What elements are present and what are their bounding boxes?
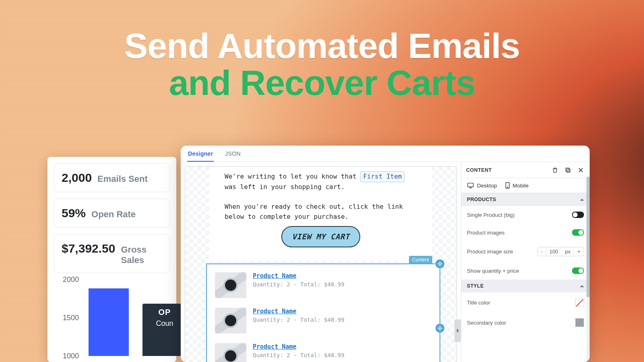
desktop-icon — [467, 183, 474, 188]
chevron-right-icon — [457, 329, 459, 333]
y-tick: 2000 — [63, 276, 79, 284]
row-qty-price: Show quantity + price — [461, 262, 590, 280]
row-label: Secondary color — [467, 320, 506, 326]
stat-value: 59% — [62, 206, 86, 220]
color-swatch-none[interactable] — [575, 298, 584, 307]
selected-content-block[interactable]: Content Product Name Quantity: 2 - Total… — [206, 263, 440, 362]
section-header-style[interactable]: STYLE — [461, 280, 590, 292]
product-name[interactable]: Product Name — [253, 272, 345, 280]
product-row[interactable]: Product Name Quantity: 2 - Total: $48.99 — [213, 270, 434, 300]
trash-icon[interactable] — [551, 166, 559, 174]
row-title-color: Title color — [461, 292, 590, 313]
svg-rect-1 — [566, 168, 569, 171]
stat-tile-emails: 2,000 Emails Sent — [54, 163, 170, 192]
stats-dashboard: 2,000 Emails Sent 59% Open Rate $7,392.5… — [47, 157, 176, 362]
stat-tile-sales: $7,392.50 Gross Sales — [54, 234, 170, 273]
desktop-label: Desktop — [477, 183, 497, 189]
panel-collapse-handle[interactable] — [454, 319, 461, 342]
selection-badge: Content — [409, 256, 432, 264]
view-cart-button[interactable]: VIEW MY CART — [281, 226, 360, 247]
row-secondary-color: Secondary color — [461, 313, 590, 333]
stat-value: $7,392.50 — [62, 242, 115, 255]
merge-tag-first-item[interactable]: First Item — [360, 171, 405, 182]
msg-p2: When you're ready to check out, click th… — [225, 203, 403, 220]
stepper-plus[interactable]: + — [574, 247, 584, 256]
mobile-icon — [505, 182, 510, 189]
email-body-text[interactable]: We're writing to let you know that First… — [209, 167, 432, 261]
stat-tile-openrate: 59% Open Rate — [54, 199, 170, 228]
product-name[interactable]: Product Name — [253, 308, 345, 315]
stat-value: 2,000 — [62, 171, 92, 185]
move-handle-icon[interactable] — [436, 259, 444, 268]
bar-chart: 2000 1500 1000 OP Coun — [54, 280, 170, 356]
stat-label: Gross Sales — [121, 245, 162, 265]
row-label: Show quantity + price — [467, 268, 519, 274]
product-qty-total: Quantity: 2 - Total: $48.99 — [253, 317, 345, 323]
stepper-unit: px — [561, 247, 574, 256]
tab-designer[interactable]: Designer — [187, 146, 214, 162]
chevron-up-icon — [580, 285, 584, 287]
section-header-products[interactable]: PRODUCTS — [461, 193, 590, 206]
product-row[interactable]: Product Name Quantity: 2 - Total: $48.99 — [213, 305, 434, 336]
panel-header: CONTENT — [461, 162, 590, 178]
tooltip-line1: OP — [142, 308, 187, 317]
stepper-minus[interactable]: - — [538, 247, 546, 256]
msg-post: was left in your shopping cart. — [225, 183, 345, 191]
duplicate-icon[interactable] — [564, 166, 572, 174]
product-name[interactable]: Product Name — [253, 343, 345, 350]
mobile-toggle[interactable]: Mobile — [505, 182, 529, 189]
designer-tabs: Designer JSON — [181, 146, 590, 162]
y-tick: 1000 — [63, 352, 79, 360]
product-image — [215, 272, 246, 298]
stat-label: Emails Sent — [97, 174, 148, 184]
product-qty-total: Quantity: 2 - Total: $48.99 — [253, 352, 345, 358]
viewport-toggle: Desktop Mobile — [461, 178, 590, 193]
row-label: Product image size — [467, 249, 513, 255]
panel-title: CONTENT — [466, 167, 492, 173]
product-qty-total: Quantity: 2 - Total: $48.99 — [253, 281, 345, 288]
size-stepper[interactable]: - 100 px + — [537, 247, 584, 256]
toggle-single-product[interactable] — [572, 212, 584, 218]
properties-panel: CONTENT Desktop Mobile PRODUCTS — [461, 162, 590, 362]
tab-json[interactable]: JSON — [224, 146, 242, 162]
scrollbar[interactable] — [586, 177, 590, 362]
svg-rect-2 — [468, 183, 473, 187]
desktop-toggle[interactable]: Desktop — [467, 182, 497, 189]
y-tick: 1500 — [63, 314, 79, 322]
headline-line1: Send Automated Emails — [0, 27, 644, 64]
chevron-up-icon — [580, 199, 584, 201]
row-label: Title color — [467, 300, 490, 306]
msg-pre: We're writing to let you know that — [225, 173, 357, 180]
svg-rect-0 — [567, 169, 570, 172]
product-image — [215, 343, 246, 362]
color-swatch-gray[interactable] — [575, 318, 584, 327]
product-row[interactable]: Product Name Quantity: 2 - Total: $48.99 — [213, 341, 434, 362]
mobile-label: Mobile — [513, 183, 529, 189]
chart-bar-tooltip: OP Coun — [142, 304, 187, 356]
row-product-images: Product images — [461, 224, 590, 241]
row-single-product: Single Product (big) — [461, 206, 590, 224]
marketing-headline: Send Automated Emails and Recover Carts — [0, 27, 644, 102]
chart-bar — [89, 288, 129, 356]
move-handle-icon[interactable] — [436, 324, 444, 333]
svg-point-4 — [507, 187, 508, 187]
toggle-product-images[interactable] — [572, 229, 584, 236]
toggle-qty-price[interactable] — [572, 267, 584, 274]
headline-line2: and Recover Carts — [0, 64, 644, 101]
row-image-size: Product image size - 100 px + — [461, 241, 590, 262]
design-canvas[interactable]: We're writing to let you know that First… — [185, 166, 457, 362]
email-designer-window: Designer JSON We're writing to let you k… — [181, 146, 590, 362]
tooltip-line2: Coun — [142, 319, 187, 328]
row-label: Product images — [467, 230, 505, 236]
product-image — [215, 308, 246, 333]
stepper-value[interactable]: 100 — [546, 247, 561, 256]
stat-label: Open Rate — [91, 209, 136, 220]
close-icon[interactable] — [577, 166, 585, 174]
row-label: Single Product (big) — [467, 212, 515, 218]
